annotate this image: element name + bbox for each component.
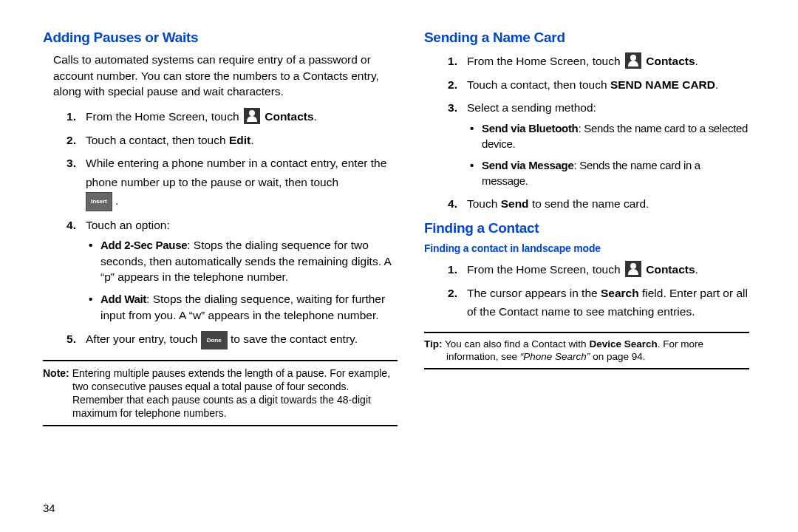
fc-step-1-a: From the Home Screen, touch [467,263,624,276]
subheading-landscape: Finding a contact in landscape mode [424,242,749,254]
fc-step-1-c: . [695,263,698,276]
message-label: Send via Message [482,159,573,171]
contacts-icon [625,261,641,277]
tip-label: Tip: [424,338,443,349]
bullet-wait: Add Wait: Stops the dialing sequence, wa… [89,291,398,323]
bluetooth-label: Send via Bluetooth [482,122,578,134]
step-1-text-a: From the Home Screen, touch [86,110,242,123]
bullet-message: Send via Message: Sends the name card in… [470,157,749,188]
contacts-label: Contacts [646,263,695,276]
nc-step-2: Touch a contact, then touch SEND NAME CA… [448,75,749,95]
nc-step-4-c: to send the name card. [529,197,649,210]
intro-text: Calls to automated systems can require e… [53,52,398,100]
contacts-icon [244,108,260,124]
step-4: Touch an option: Add 2-Sec Pause: Stops … [66,216,398,324]
insert-button-graphic: Insert [86,192,112,211]
contacts-icon [625,52,641,69]
edit-label: Edit [229,134,250,146]
step-2: Touch a contact, then touch Edit. [66,131,398,150]
step-5-text-a: After your entry, touch [86,332,201,345]
heading-finding: Finding a Contact [424,220,749,236]
nc-step-1-c: . [695,55,698,67]
contacts-label: Contacts [265,110,313,123]
step-4-text: Touch an option: [86,219,170,231]
step-3: While entering a phone number in a conta… [66,154,398,211]
nc-step-3: Select a sending method: Send via Blueto… [448,98,749,188]
send-namecard-label: SEND NAME CARD [610,78,715,91]
heading-namecard: Sending a Name Card [424,30,749,46]
step-5-text-b: to save the contact entry. [231,332,358,345]
done-button-graphic: Done [201,331,228,349]
bullet-bluetooth: Send via Bluetooth: Sends the name card … [470,120,749,151]
note-label: Note: [43,367,69,379]
heading-pauses: Adding Pauses or Waits [43,30,398,46]
nc-step-4: Touch Send to send the name card. [448,194,749,214]
step-1: From the Home Screen, touch Contacts. [66,107,398,126]
fc-step-2: The cursor appears in the Search field. … [448,284,749,321]
bullet-pause: Add 2-Sec Pause: Stops the dialing seque… [89,237,398,285]
step-2-text-c: . [250,134,253,146]
send-label: Send [501,197,529,210]
tip-text-a: You can also find a Contact with [443,338,590,349]
step-3-text: While entering a phone number in a conta… [86,157,386,188]
wait-label: Add Wait [100,293,146,305]
note-text: Entering multiple pauses extends the len… [69,367,390,420]
search-label: Search [601,287,639,299]
step-5: After your entry, touch Done to save the… [66,330,398,349]
nc-step-1: From the Home Screen, touch Contacts. [448,52,749,71]
phone-search-ref: “Phone Search” [520,351,590,362]
fc-step-1: From the Home Screen, touch Contacts. [448,260,749,279]
note-block: Note: Entering multiple pauses extends t… [43,360,398,427]
step-2-text-a: Touch a contact, then touch [86,134,229,146]
nc-step-2-c: . [715,78,718,91]
nc-step-2-a: Touch a contact, then touch [467,78,610,91]
device-search-label: Device Search [589,338,657,349]
pause-label: Add 2-Sec Pause [100,239,187,251]
step-3-end: . [115,194,118,207]
nc-step-1-a: From the Home Screen, touch [467,55,624,67]
tip-block: Tip: You can also find a Contact with De… [424,332,749,369]
nc-step-3-text: Select a sending method: [467,101,596,114]
nc-step-4-a: Touch [467,197,501,210]
step-1-text-c: . [314,110,317,123]
tip-text-d: on page 94. [590,351,645,362]
page-number: 34 [43,502,55,514]
contacts-label: Contacts [646,55,695,67]
fc-step-2-a: The cursor appears in the [467,287,601,299]
